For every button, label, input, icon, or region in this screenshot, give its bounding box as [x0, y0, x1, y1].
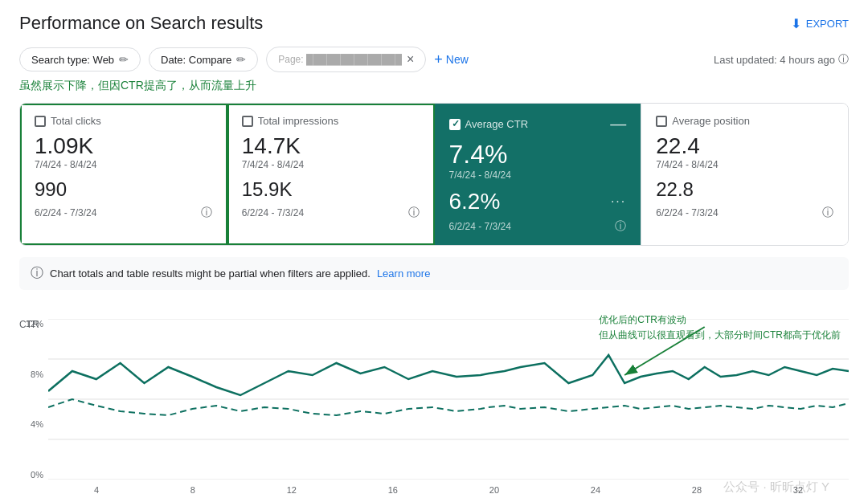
export-button[interactable]: ⬇ EXPORT — [791, 16, 849, 31]
metric-total-impressions[interactable]: Total impressions 14.7K 7/4/24 - 8/4/24 … — [227, 104, 435, 245]
learn-more-link[interactable]: Learn more — [377, 267, 430, 280]
chart-annotation: 优化后的CTR有波动但从曲线可以很直观看到，大部分时间CTR都高于优化前 — [599, 312, 841, 343]
metric-value-ctr-secondary: 6.2% — [449, 189, 501, 214]
metric-checkbox-ctr[interactable] — [449, 119, 461, 130]
edit-icon: ✏ — [119, 53, 129, 66]
plus-icon: + — [434, 51, 443, 68]
metric-dots-ctr: ··· — [611, 194, 626, 209]
metric-value-position-primary: 22.4 — [656, 133, 833, 159]
metric-label-ctr: Average CTR — [465, 118, 529, 130]
info-bar: ⓘ Chart totals and table results might b… — [19, 257, 849, 290]
info-icon: ⓘ — [31, 265, 43, 282]
metrics-row: Total clicks 1.09K 7/4/24 - 8/4/24 990 6… — [19, 103, 849, 246]
x-tick-8: 8 — [190, 485, 195, 494]
metric-label-impressions: Total impressions — [258, 115, 338, 127]
metric-average-position[interactable]: Average position 22.4 7/4/24 - 8/4/24 22… — [641, 104, 848, 245]
filter-bar: Search type: Web ✏ Date: Compare ✏ Page:… — [19, 47, 849, 72]
y-tick-8: 8% — [31, 369, 43, 379]
help-icon-ctr: ⓘ — [615, 219, 626, 234]
metric-total-clicks[interactable]: Total clicks 1.09K 7/4/24 - 8/4/24 990 6… — [20, 104, 227, 245]
metric-date-ctr-secondary: 6/2/24 - 7/3/24 — [449, 221, 511, 232]
help-icon-impressions: ⓘ — [408, 206, 420, 220]
metric-checkbox-position[interactable] — [656, 116, 667, 127]
page-title: Performance on Search results — [19, 13, 263, 34]
metric-date-impressions-secondary: 6/2/24 - 7/3/24 — [242, 207, 304, 218]
x-tick-12: 12 — [287, 485, 297, 494]
metric-average-ctr[interactable]: Average CTR — 7.4% 7/4/24 - 8/4/24 6.2% … — [435, 104, 642, 245]
metric-date-clicks-primary: 7/4/24 - 8/4/24 — [35, 159, 212, 170]
last-updated: Last updated: 4 hours ago ⓘ — [714, 52, 849, 67]
page-filter[interactable]: Page: ██████████████ × — [266, 47, 426, 72]
y-axis-label: CTR — [19, 319, 39, 330]
y-tick-0: 0% — [31, 470, 43, 480]
help-icon-position: ⓘ — [822, 206, 833, 220]
y-tick-4: 4% — [31, 419, 43, 429]
date-filter[interactable]: Date: Compare ✏ — [149, 47, 258, 71]
metric-value-impressions-primary: 14.7K — [242, 133, 420, 159]
metric-date-ctr-primary: 7/4/24 - 8/4/24 — [449, 169, 627, 181]
metric-value-impressions-secondary: 15.9K — [242, 178, 420, 201]
metric-label-position: Average position — [672, 115, 750, 127]
metric-date-impressions-primary: 7/4/24 - 8/4/24 — [242, 159, 420, 170]
x-tick-16: 16 — [388, 485, 398, 494]
help-icon-header: ⓘ — [838, 52, 849, 67]
metric-value-ctr-primary: 7.4% — [449, 140, 627, 169]
help-icon-clicks: ⓘ — [201, 206, 212, 220]
top-annotation: 虽然展示下降，但因CTR提高了，从而流量上升 — [19, 79, 849, 93]
metric-value-clicks-secondary: 990 — [35, 178, 212, 201]
metric-date-clicks-secondary: 6/2/24 - 7/3/24 — [35, 207, 96, 218]
search-type-filter[interactable]: Search type: Web ✏ — [19, 47, 141, 71]
metric-checkbox-clicks[interactable] — [35, 116, 46, 127]
metric-label-clicks: Total clicks — [51, 115, 101, 127]
export-icon: ⬇ — [791, 16, 801, 31]
x-tick-24: 24 — [591, 485, 600, 494]
x-tick-20: 20 — [489, 485, 499, 494]
metric-date-position-secondary: 6/2/24 - 7/3/24 — [656, 207, 718, 218]
watermark: 公众号 · 昕昕点灯 Y — [723, 480, 829, 494]
new-filter-button[interactable]: + New — [434, 51, 469, 68]
metric-value-clicks-primary: 1.09K — [35, 133, 212, 159]
metric-value-position-secondary: 22.8 — [656, 178, 833, 201]
metric-checkbox-impressions[interactable] — [242, 116, 253, 127]
chart-area: CTR 12% 8% 4% 0% — [19, 298, 849, 494]
x-tick-28: 28 — [692, 485, 702, 494]
edit-icon-date: ✏ — [236, 53, 246, 66]
metric-date-position-primary: 7/4/24 - 8/4/24 — [656, 159, 833, 170]
x-tick-4: 4 — [94, 485, 99, 494]
close-icon: × — [407, 52, 414, 67]
metric-dash-ctr: — — [610, 115, 626, 133]
